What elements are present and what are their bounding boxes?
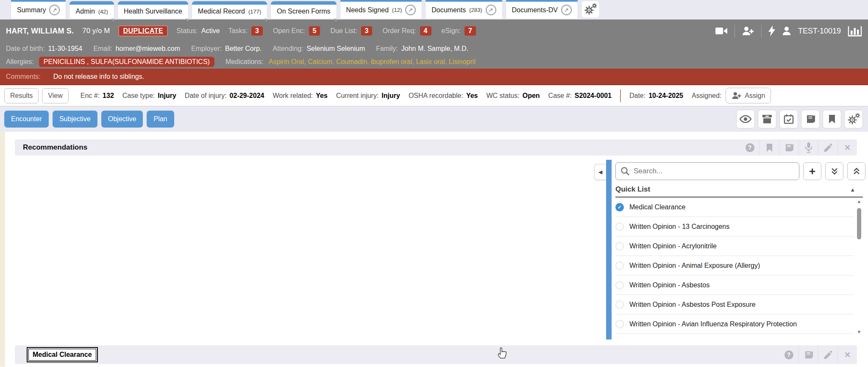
open-in-new-icon[interactable]: ↗ bbox=[561, 5, 572, 15]
assign-button[interactable]: Assign bbox=[726, 88, 771, 103]
book-icon[interactable] bbox=[801, 110, 820, 128]
field-label: WC status: bbox=[486, 92, 519, 100]
quick-list-header: Quick List ▲ bbox=[615, 183, 855, 196]
close-icon[interactable]: × bbox=[837, 345, 857, 364]
duplicate-badge[interactable]: DUPLICATE bbox=[118, 25, 168, 36]
tab-settings-button[interactable] bbox=[581, 1, 599, 18]
quick-list-item[interactable]: ✓Medical Clearance bbox=[615, 197, 854, 217]
close-icon[interactable]: × bbox=[837, 139, 857, 156]
counter-badge[interactable]: 4 bbox=[420, 26, 431, 36]
unselected-radio-icon[interactable] bbox=[615, 281, 624, 289]
quick-list-item[interactable]: Written Opinion - 13 Carcinogens bbox=[615, 217, 854, 236]
medication-link[interactable]: Lisinopril bbox=[449, 58, 476, 65]
tab-documents-dv[interactable]: Documents-DV↗ bbox=[506, 0, 578, 19]
quick-list-item[interactable]: Written Opinion - Avian Influenza Respir… bbox=[615, 314, 854, 334]
tab-health-surveillance[interactable]: Health Surveillance bbox=[118, 1, 188, 19]
bookmark-icon[interactable] bbox=[823, 110, 841, 128]
book-icon[interactable] bbox=[798, 345, 818, 364]
field-value: Yes bbox=[466, 92, 478, 100]
collapse-all-button[interactable] bbox=[847, 162, 865, 180]
tab-count: (12) bbox=[392, 7, 402, 13]
unselected-radio-icon[interactable] bbox=[615, 222, 624, 231]
collapse-section-icon[interactable]: ▲ bbox=[850, 186, 855, 193]
scroll-up-icon[interactable]: ▲ bbox=[856, 199, 862, 204]
panel-collapse-button[interactable]: ◀ bbox=[594, 164, 606, 180]
medication-link[interactable]: Calcium bbox=[308, 58, 332, 65]
tab-documents[interactable]: Documents(283)↗ bbox=[426, 0, 502, 19]
pencil-icon[interactable] bbox=[818, 139, 837, 156]
unselected-radio-icon[interactable] bbox=[615, 320, 624, 328]
field-label: Attending: bbox=[273, 45, 303, 53]
soap-nav-row: EncounterSubjectiveObjectivePlan bbox=[0, 106, 868, 132]
allergies-badge[interactable]: PENICILLINS , SULFA(SULFONAMIDE ANTIBIOT… bbox=[39, 57, 214, 67]
quick-list-item[interactable]: Written Opinion - Asbestos bbox=[615, 275, 854, 295]
field-label: Employer: bbox=[191, 45, 222, 53]
eye-icon[interactable] bbox=[736, 110, 755, 128]
counter-badge[interactable]: 3 bbox=[361, 26, 373, 36]
help-icon[interactable]: ? bbox=[779, 345, 798, 364]
unselected-radio-icon[interactable] bbox=[615, 261, 624, 270]
medication-link[interactable]: Lasix oral bbox=[416, 58, 445, 65]
lightning-bolt-icon[interactable] bbox=[768, 25, 775, 36]
case-field-enc: Enc #:132 bbox=[81, 92, 114, 100]
bar-chart-icon[interactable] bbox=[848, 25, 862, 36]
unselected-radio-icon[interactable] bbox=[615, 242, 624, 250]
tab-on-screen-forms[interactable]: On Screen Forms bbox=[271, 1, 336, 19]
counter-badge[interactable]: 3 bbox=[251, 26, 263, 36]
quick-list-scrollbar[interactable]: ▲ ▼ bbox=[856, 199, 862, 334]
gears-icon[interactable] bbox=[844, 110, 863, 128]
selected-check-icon[interactable]: ✓ bbox=[615, 203, 624, 211]
help-icon[interactable]: ? bbox=[740, 139, 760, 156]
calendar-check-icon[interactable] bbox=[779, 110, 798, 128]
quick-list-item[interactable]: Written Opinion - Animal Exposure (Aller… bbox=[615, 256, 854, 275]
patient-counters: Tasks:3Open Enc:5Due List:3Order Req:4eS… bbox=[228, 26, 476, 36]
open-in-new-icon[interactable]: ↗ bbox=[486, 5, 496, 15]
section-title: Recommendations bbox=[23, 143, 87, 152]
person-add-icon[interactable] bbox=[742, 26, 754, 36]
patient-counter-tasks: Tasks:3 bbox=[228, 26, 263, 36]
nav-button-encounter[interactable]: Encounter bbox=[4, 111, 49, 128]
tab-medical-record[interactable]: Medical Record(177) bbox=[192, 1, 267, 19]
case-field-date-of-injury: Date of injury:02-29-2024 bbox=[185, 92, 264, 100]
tab-admin[interactable]: Admin(42) bbox=[70, 1, 114, 19]
medication-link[interactable]: ibuprofen oral bbox=[371, 58, 412, 65]
open-in-new-icon[interactable]: ↗ bbox=[405, 5, 416, 15]
case-field-case-type: Case type:Injury bbox=[122, 92, 176, 100]
microphone-icon[interactable] bbox=[798, 139, 818, 156]
pencil-icon[interactable] bbox=[818, 345, 837, 364]
field-label: Case type: bbox=[122, 92, 155, 100]
field-value: 10-24-2025 bbox=[648, 92, 683, 100]
book-icon[interactable] bbox=[779, 139, 798, 156]
results-button[interactable]: Results bbox=[4, 88, 39, 103]
field-value: Injury bbox=[381, 92, 400, 100]
nav-button-plan[interactable]: Plan bbox=[147, 111, 174, 128]
expand-all-button[interactable] bbox=[825, 162, 843, 180]
scrollbar-thumb[interactable] bbox=[857, 208, 861, 239]
case-date-field: Date: 10-24-2025 bbox=[629, 92, 683, 100]
video-camera-icon[interactable] bbox=[715, 26, 728, 36]
nav-button-subjective[interactable]: Subjective bbox=[53, 111, 97, 128]
archive-box-icon[interactable] bbox=[758, 110, 776, 128]
tab-summary[interactable]: Summary↗ bbox=[11, 0, 66, 19]
gears-icon bbox=[584, 3, 597, 15]
quick-list-item-label: Written Opinion - 13 Carcinogens bbox=[629, 223, 729, 231]
add-button[interactable]: + bbox=[803, 162, 821, 180]
counter-badge[interactable]: 5 bbox=[309, 26, 320, 36]
nav-button-objective[interactable]: Objective bbox=[101, 111, 143, 128]
counter-badge[interactable]: 7 bbox=[465, 26, 476, 36]
medication-link[interactable]: Aspirin Oral bbox=[269, 58, 304, 65]
section-title-focused[interactable]: Medical Clearance bbox=[28, 349, 96, 361]
quick-list-item[interactable]: Written Opinion - Acrylonitrile bbox=[615, 236, 854, 256]
view-button[interactable]: View bbox=[42, 88, 68, 103]
scroll-down-icon[interactable]: ▼ bbox=[856, 329, 862, 334]
bookmark-icon[interactable] bbox=[760, 139, 779, 156]
tab-needs-signed[interactable]: Needs Signed(12)↗ bbox=[340, 0, 422, 19]
medication-link[interactable]: Coumadin bbox=[336, 58, 367, 65]
case-field-case: Case #:S2024-0001 bbox=[548, 92, 612, 100]
search-input[interactable] bbox=[615, 162, 799, 180]
tab-label: Documents bbox=[431, 6, 466, 14]
person-icon bbox=[782, 26, 791, 36]
quick-list-item[interactable]: Written Opinion - Asbestos Post Exposure bbox=[615, 295, 854, 314]
unselected-radio-icon[interactable] bbox=[615, 300, 624, 309]
open-in-new-icon[interactable]: ↗ bbox=[49, 5, 60, 15]
